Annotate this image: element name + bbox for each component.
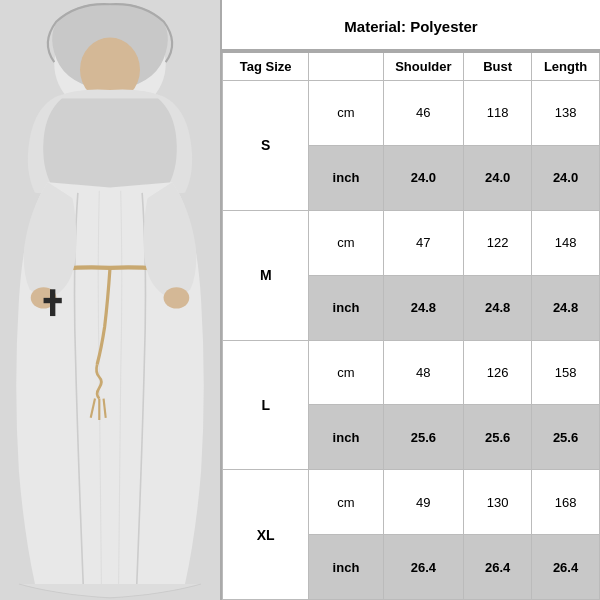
val-s-cm-length: 138 [532,81,600,146]
size-label-s: S [223,81,309,211]
size-label-l: L [223,340,309,470]
val-m-cm-shoulder: 47 [383,210,464,275]
val-m-inch-bust: 24.8 [464,275,532,340]
col-header-length: Length [532,52,600,81]
unit-cm-m: cm [309,210,383,275]
unit-cm-xl: cm [309,470,383,535]
val-s-cm-bust: 118 [464,81,532,146]
svg-point-9 [164,287,190,308]
col-header-bust: Bust [464,52,532,81]
unit-cm-l: cm [309,340,383,405]
val-xl-inch-shoulder: 26.4 [383,535,464,600]
val-xl-cm-length: 168 [532,470,600,535]
val-s-inch-bust: 24.0 [464,145,532,210]
val-m-cm-bust: 122 [464,210,532,275]
val-l-cm-length: 158 [532,340,600,405]
svg-rect-8 [44,298,62,303]
val-s-inch-length: 24.0 [532,145,600,210]
col-header-tag-size: Tag Size [223,52,309,81]
val-l-inch-bust: 25.6 [464,405,532,470]
val-m-cm-length: 148 [532,210,600,275]
val-xl-cm-bust: 130 [464,470,532,535]
unit-inch-xl: inch [309,535,383,600]
val-m-inch-length: 24.8 [532,275,600,340]
val-l-cm-bust: 126 [464,340,532,405]
product-image-panel [0,0,220,600]
material-header: Material: Polyester [222,0,600,51]
unit-cm-s: cm [309,81,383,146]
val-l-inch-length: 25.6 [532,405,600,470]
val-l-inch-shoulder: 25.6 [383,405,464,470]
size-row-l-cm: Lcm48126158 [223,340,600,405]
size-row-s-cm: Scm46118138 [223,81,600,146]
val-xl-cm-shoulder: 49 [383,470,464,535]
col-header-unit [309,52,383,81]
table-header-row: Tag Size Shoulder Bust Length [223,52,600,81]
table-panel: Material: Polyester Tag Size Shoulder Bu… [220,0,600,600]
val-xl-inch-length: 26.4 [532,535,600,600]
val-s-inch-shoulder: 24.0 [383,145,464,210]
size-table: Tag Size Shoulder Bust Length Scm4611813… [222,51,600,600]
size-label-m: M [223,210,309,340]
val-l-cm-shoulder: 48 [383,340,464,405]
val-xl-inch-bust: 26.4 [464,535,532,600]
val-m-inch-shoulder: 24.8 [383,275,464,340]
unit-inch-m: inch [309,275,383,340]
size-row-xl-cm: XLcm49130168 [223,470,600,535]
monk-figure [0,0,220,600]
size-row-m-cm: Mcm47122148 [223,210,600,275]
unit-inch-s: inch [309,145,383,210]
unit-inch-l: inch [309,405,383,470]
size-label-xl: XL [223,470,309,600]
val-s-cm-shoulder: 46 [383,81,464,146]
col-header-shoulder: Shoulder [383,52,464,81]
